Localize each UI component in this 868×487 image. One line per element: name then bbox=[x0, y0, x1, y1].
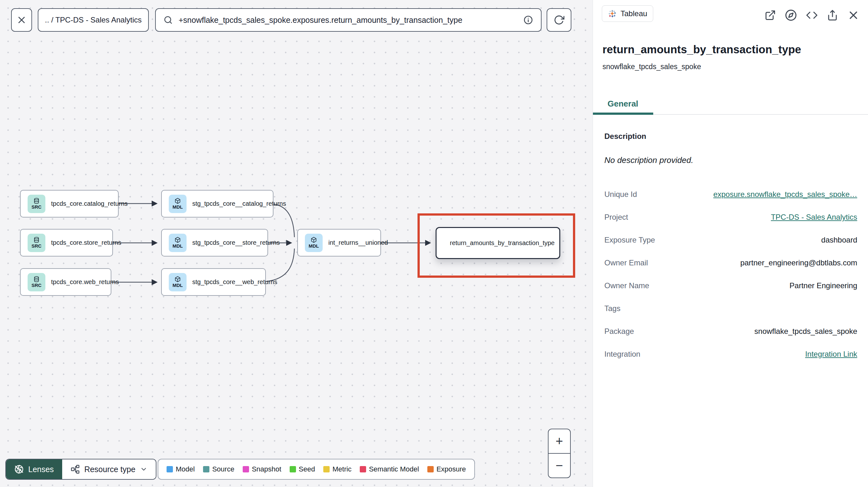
unique-id-link[interactable]: exposure.snowflake_tpcds_sales_spoke… bbox=[713, 190, 857, 199]
sitemap-icon bbox=[70, 464, 80, 474]
model-badge: MDL bbox=[169, 234, 187, 252]
badge-label: MDL bbox=[173, 244, 183, 249]
project-link[interactable]: TPC-DS - Sales Analytics bbox=[771, 213, 857, 222]
zoom-out-button[interactable]: − bbox=[549, 454, 570, 478]
node-tpcds-core-web-returns[interactable]: SRC tpcds_core.web_returns bbox=[20, 268, 111, 296]
node-tpcds-core-store-returns[interactable]: SRC tpcds_core.store_returns bbox=[20, 229, 113, 257]
source-badge: SRC bbox=[28, 273, 45, 291]
external-link-icon[interactable] bbox=[765, 9, 776, 21]
integration-chip-label: Tableau bbox=[621, 9, 647, 18]
node-stg-tpcds-core-catalog-returns[interactable]: MDL stg_tpcds_core__catalog_returns bbox=[161, 190, 274, 218]
resource-type-label: Resource type bbox=[84, 465, 135, 474]
model-badge: MDL bbox=[169, 273, 187, 291]
resource-type-dropdown[interactable]: Resource type bbox=[62, 459, 156, 479]
badge-label: MDL bbox=[309, 244, 319, 249]
zoom-control: + − bbox=[548, 429, 571, 478]
node-label: stg_tpcds_core__store_returns bbox=[192, 239, 280, 246]
model-badge: MDL bbox=[169, 195, 187, 213]
node-int-returns-unioned[interactable]: MDL int_returns__unioned bbox=[297, 229, 381, 257]
cube-icon bbox=[174, 236, 181, 244]
chevron-down-icon bbox=[140, 465, 148, 473]
zoom-in-button[interactable]: + bbox=[549, 429, 570, 454]
source-swatch bbox=[203, 466, 209, 473]
node-stg-tpcds-core-web-returns[interactable]: MDL stg_tpcds_core__web_returns bbox=[161, 268, 266, 296]
tableau-icon bbox=[608, 9, 617, 18]
database-icon bbox=[33, 197, 40, 204]
field-row-package: Package snowflake_tpcds_sales_spoke bbox=[604, 320, 857, 343]
page-title: return_amounts_by_transaction_type bbox=[602, 43, 801, 56]
integration-link[interactable]: Integration Link bbox=[805, 350, 857, 359]
filter-bar: Lenses Resource type bbox=[5, 459, 156, 480]
node-label: int_returns__unioned bbox=[328, 239, 388, 246]
legend-item-model: Model bbox=[166, 465, 195, 474]
database-icon bbox=[33, 236, 40, 244]
lenses-button[interactable]: Lenses bbox=[6, 459, 62, 479]
exposure-swatch bbox=[427, 466, 434, 473]
page-subtitle: snowflake_tpcds_sales_spoke bbox=[602, 62, 701, 71]
node-return-amounts-by-transaction-type[interactable]: return_amounts_by_transaction_type bbox=[436, 227, 560, 259]
code-icon[interactable] bbox=[806, 9, 818, 21]
exposure-type-value: dashboard bbox=[822, 235, 857, 245]
legend-item-snapshot: Snapshot bbox=[243, 465, 281, 474]
field-row-project: Project TPC-DS - Sales Analytics bbox=[604, 206, 857, 229]
general-details: Description No description provided. Uni… bbox=[604, 132, 857, 365]
node-label: stg_tpcds_core__catalog_returns bbox=[192, 200, 286, 207]
snapshot-swatch bbox=[243, 466, 249, 473]
description-empty-text: No description provided. bbox=[604, 155, 857, 165]
legend-item-metric: Metric bbox=[323, 465, 351, 474]
field-row-owner-name: Owner Name Partner Engineering bbox=[604, 274, 857, 297]
lenses-label: Lenses bbox=[28, 465, 54, 474]
legend-item-exposure: Exposure bbox=[427, 465, 466, 474]
integration-chip: Tableau bbox=[602, 5, 653, 22]
cube-icon bbox=[174, 276, 181, 283]
share-icon[interactable] bbox=[827, 9, 838, 21]
node-tpcds-core-catalog-returns[interactable]: SRC tpcds_core.catalog_returns bbox=[20, 190, 119, 218]
badge-label: MDL bbox=[173, 204, 183, 210]
tab-general[interactable]: General bbox=[608, 99, 638, 109]
badge-label: SRC bbox=[31, 244, 41, 249]
node-stg-tpcds-core-store-returns[interactable]: MDL stg_tpcds_core__store_returns bbox=[161, 229, 268, 257]
badge-label: SRC bbox=[31, 283, 41, 288]
lineage-canvas[interactable]: .. / TPC-DS - Sales Analytics +snowflake… bbox=[0, 0, 593, 487]
source-badge: SRC bbox=[28, 195, 45, 213]
seed-swatch bbox=[290, 466, 296, 473]
description-header: Description bbox=[604, 132, 857, 141]
legend-item-semantic-model: Semantic Model bbox=[360, 465, 419, 474]
active-tab-indicator bbox=[593, 112, 653, 115]
panel-actions bbox=[765, 9, 860, 22]
owner-email-value: partner_engineering@dbtlabs.com bbox=[740, 258, 857, 267]
node-label: tpcds_core.store_returns bbox=[51, 239, 121, 246]
package-value: snowflake_tpcds_sales_spoke bbox=[754, 327, 857, 336]
close-icon[interactable] bbox=[847, 9, 860, 22]
field-row-tags: Tags bbox=[604, 297, 857, 320]
badge-label: MDL bbox=[173, 283, 183, 288]
metric-swatch bbox=[323, 466, 330, 473]
legend-item-source: Source bbox=[203, 465, 235, 474]
compass-icon[interactable] bbox=[785, 9, 797, 21]
badge-label: SRC bbox=[31, 204, 41, 210]
plus-icon: + bbox=[556, 434, 563, 448]
cube-icon bbox=[310, 236, 317, 244]
database-icon bbox=[33, 276, 40, 283]
model-swatch bbox=[166, 466, 173, 473]
source-badge: SRC bbox=[28, 234, 45, 252]
field-row-exposure-type: Exposure Type dashboard bbox=[604, 229, 857, 252]
minus-icon: − bbox=[556, 458, 563, 473]
node-label: tpcds_core.catalog_returns bbox=[51, 200, 127, 207]
owner-name-value: Partner Engineering bbox=[789, 281, 857, 290]
lens-icon bbox=[14, 464, 24, 474]
semantic-model-swatch bbox=[360, 466, 366, 473]
legend-item-seed: Seed bbox=[290, 465, 315, 474]
field-row-integration: Integration Integration Link bbox=[604, 343, 857, 365]
node-label: stg_tpcds_core__web_returns bbox=[192, 279, 277, 286]
node-label: tpcds_core.web_returns bbox=[51, 279, 119, 286]
field-row-unique-id: Unique Id exposure.snowflake_tpcds_sales… bbox=[604, 183, 857, 206]
cube-icon bbox=[174, 197, 181, 204]
legend: Model Source Snapshot Seed Metric Semant… bbox=[158, 459, 475, 480]
node-label: return_amounts_by_transaction_type bbox=[450, 239, 555, 247]
details-panel: Tableau return_amounts_by_transaction_ty… bbox=[593, 0, 868, 487]
field-row-owner-email: Owner Email partner_engineering@dbtlabs.… bbox=[604, 252, 857, 274]
model-badge: MDL bbox=[305, 234, 323, 252]
